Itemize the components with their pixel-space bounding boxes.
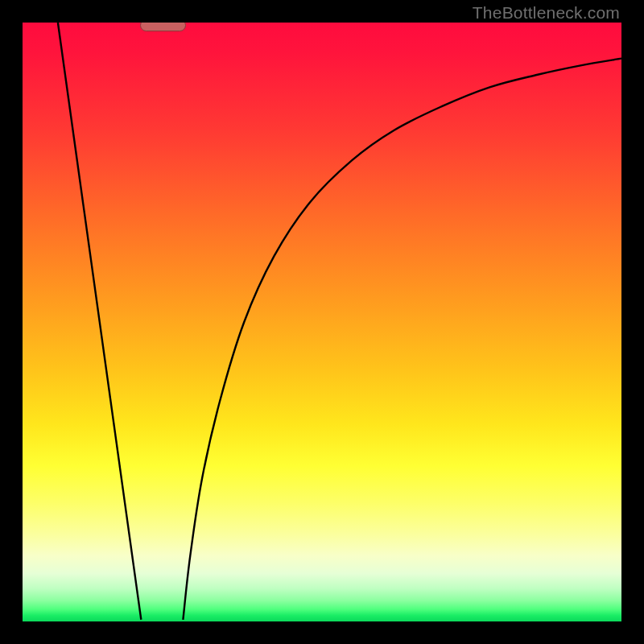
plot-area — [23, 23, 621, 621]
chart-frame: TheBottleneck.com — [0, 0, 644, 644]
left-line — [58, 23, 141, 620]
right-curve — [183, 59, 621, 620]
curve-overlay — [23, 23, 621, 621]
watermark-text: TheBottleneck.com — [473, 3, 620, 23]
